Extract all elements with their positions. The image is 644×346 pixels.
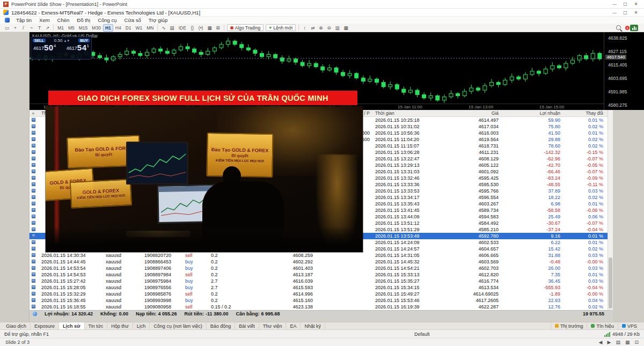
tín-hiệu-icon bbox=[591, 324, 595, 328]
timeframe-d1[interactable]: D1 bbox=[123, 24, 134, 32]
right-panel-band bbox=[613, 110, 644, 322]
history-row[interactable]: 2026.01.15 16:18:55xauusd1909080958sell0… bbox=[30, 304, 608, 310]
tab-tin-tức[interactable]: Tin tức bbox=[85, 322, 108, 329]
cell-cp: 4596.554 bbox=[427, 195, 502, 200]
mt5-minimize-icon[interactable]: — bbox=[610, 10, 619, 15]
zoom-icon-2[interactable]: ⊕ bbox=[317, 24, 325, 32]
toolbox-tabs: Giao dịchExposureLịch sửTin tứcHộp thưLị… bbox=[2, 322, 325, 329]
lot-size-input[interactable]: 0.50 ▲▼ bbox=[54, 38, 70, 43]
buy-button[interactable]: BUY bbox=[78, 39, 90, 42]
menu-bar: Tập tinXemChènĐồ thịCông cụCửa sổTrợ giú… bbox=[12, 17, 171, 24]
timeframe-h1[interactable]: H1 bbox=[103, 24, 113, 32]
tab-lịch-sử[interactable]: Lịch sử bbox=[59, 322, 85, 329]
search-icon[interactable] bbox=[616, 25, 621, 30]
toolbar-icon-0[interactable]: ∿ bbox=[159, 24, 167, 32]
cell-ct: 2026.01.15 13:35:43 bbox=[373, 201, 427, 207]
slideshow-control-0[interactable]: ◀ bbox=[599, 340, 603, 345]
cell-ot: 2026.01.15 14:44:45 bbox=[39, 259, 104, 264]
zoom-icon-0[interactable]: ↕ bbox=[301, 24, 309, 32]
history-scrollbar[interactable] bbox=[608, 110, 613, 317]
panel-tín-hiệu[interactable]: Tín hiệu bbox=[587, 322, 618, 329]
menu-chèn[interactable]: Chèn bbox=[54, 17, 74, 24]
timeframe-m1[interactable]: M1 bbox=[55, 24, 66, 32]
history-row[interactable]: 2026.01.15 15:36:45xauusd1908993998buy0.… bbox=[30, 297, 608, 304]
tab-exposure[interactable]: Exposure bbox=[31, 322, 59, 329]
zoom-icon-5[interactable]: ▦ bbox=[342, 24, 350, 32]
menu-đồ-thị[interactable]: Đồ thị bbox=[73, 17, 94, 24]
toolbar-icon-1[interactable]: ▤ bbox=[168, 24, 177, 32]
zoom-icon-3[interactable]: ⊖ bbox=[325, 24, 333, 32]
slideshow-control-1[interactable]: ▶ bbox=[608, 340, 611, 345]
tool-icon-2[interactable]: / bbox=[19, 24, 27, 32]
close-icon[interactable]: ✕ bbox=[631, 2, 641, 6]
zoom-icon-4[interactable]: ▥ bbox=[333, 24, 342, 32]
tab-báo-động[interactable]: Báo động bbox=[207, 322, 236, 329]
panel-thị-trường[interactable]: Thị trường bbox=[551, 322, 587, 329]
history-row[interactable]: 2026.01.15 14:30:34xauusd1908820720sell0… bbox=[30, 252, 608, 259]
sell-button[interactable]: SELL bbox=[33, 39, 46, 42]
menu-công-cụ[interactable]: Công cụ bbox=[94, 17, 120, 24]
tab-bài-viết[interactable]: Bài viết bbox=[235, 322, 259, 329]
cell-pf: 29.88 bbox=[502, 137, 564, 142]
history-row[interactable]: 2026.01.15 15:27:42xauusd1908975984buy2.… bbox=[30, 278, 608, 284]
slideshow-control-4[interactable]: ⊡ bbox=[634, 340, 639, 345]
history-row[interactable]: 2026.01.15 15:28:05xauusd1908976556buy2.… bbox=[30, 284, 608, 291]
slideshow-control-3[interactable]: ▦ bbox=[625, 340, 630, 345]
timeframe-m30[interactable]: M30 bbox=[90, 24, 103, 32]
header-ch[interactable]: Thay đổi bbox=[564, 111, 606, 116]
tab-lịch[interactable]: Lịch bbox=[133, 322, 150, 329]
slideshow-control-2[interactable]: ▤ bbox=[616, 340, 620, 345]
timeframe-h4[interactable]: H4 bbox=[113, 24, 123, 32]
menu-cửa-sổ[interactable]: Cửa sổ bbox=[121, 17, 145, 24]
menu-tập-tin[interactable]: Tập tin bbox=[12, 17, 35, 24]
menu-xem[interactable]: Xem bbox=[35, 17, 54, 24]
timeframe-mn[interactable]: MN bbox=[144, 24, 156, 32]
toolbar-icon-4[interactable]: (•) bbox=[196, 24, 206, 32]
tool-icon-0[interactable]: ▭ bbox=[3, 24, 11, 32]
maximize-icon[interactable]: ▢ bbox=[620, 2, 630, 6]
toolbar-icon-5[interactable]: ▦ bbox=[205, 24, 214, 32]
toolbar-icon-6[interactable]: ⊞ bbox=[214, 24, 222, 32]
tab-nhật-ký[interactable]: Nhật ký bbox=[301, 322, 325, 329]
history-row[interactable]: 2026.01.15 15:32:29xauusd1908985876sell0… bbox=[30, 291, 608, 297]
header-pf[interactable]: Lợi nhuận bbox=[502, 111, 564, 116]
cell-cp: 4612.820 bbox=[427, 272, 502, 277]
cell-ct: 2026.01.15 10:25:18 bbox=[373, 117, 427, 123]
mt5-close-icon[interactable]: ✕ bbox=[631, 10, 641, 15]
algo-trading-button[interactable]: Algo Trading bbox=[227, 24, 264, 31]
market-chart-icon[interactable] bbox=[630, 25, 638, 31]
tab-công-cụ-nơi-làm-việc[interactable]: Công cụ (nơi làm việc) bbox=[150, 322, 206, 329]
toolbar-icon-3[interactable]: {} bbox=[188, 24, 196, 32]
history-row[interactable]: 2026.01.15 14:54:53xauusd1908897984sell0… bbox=[30, 271, 608, 278]
slide-counter: Slide 2 of 3 bbox=[5, 340, 30, 345]
tab-thư-viện[interactable]: Thư viện bbox=[259, 322, 287, 329]
history-row[interactable]: 2026.01.15 14:53:54xauusd1908897406buy0.… bbox=[30, 265, 608, 271]
tab-ea[interactable]: EA bbox=[286, 322, 301, 329]
header-icon[interactable]: ✕ bbox=[30, 111, 39, 116]
tab-hộp-thư[interactable]: Hộp thư bbox=[107, 322, 133, 329]
tool-icon-3[interactable]: ~ bbox=[27, 24, 35, 32]
header-ct[interactable]: Thời gian bbox=[373, 111, 427, 116]
tool-icon-4[interactable]: T bbox=[35, 24, 43, 32]
timeframe-w1[interactable]: W1 bbox=[134, 24, 145, 32]
panel-vps[interactable]: VPS bbox=[618, 322, 641, 329]
menu-trợ-giúp[interactable]: Trợ giúp bbox=[145, 17, 171, 24]
tab-giao-dịch[interactable]: Giao dịch bbox=[2, 322, 31, 329]
timeframe-m15[interactable]: M15 bbox=[77, 24, 90, 32]
close-toolbox-icon[interactable]: ✕ bbox=[32, 112, 35, 115]
status-profile[interactable]: Default bbox=[414, 332, 430, 337]
trade-icon bbox=[32, 221, 35, 225]
scrollbar-thumb[interactable] bbox=[609, 257, 612, 308]
toolbar-icon-2[interactable]: IDE bbox=[177, 24, 188, 32]
history-row[interactable]: 2026.01.15 14:44:45xauusd1908866453buy0.… bbox=[30, 259, 608, 265]
mt5-restore-icon[interactable]: ▢ bbox=[620, 10, 630, 15]
timeframe-m5[interactable]: M5 bbox=[66, 24, 77, 32]
lot-spinner-icon[interactable]: ▲▼ bbox=[63, 39, 70, 42]
tool-icon-1[interactable]: + bbox=[11, 24, 19, 32]
header-cp[interactable]: Giá bbox=[427, 111, 502, 116]
tool-icon-5[interactable]: ↗ bbox=[43, 24, 52, 32]
zoom-icon-1[interactable]: ⇄ bbox=[309, 24, 317, 32]
new-order-button[interactable]: + Lệnh mới bbox=[266, 24, 296, 31]
minimize-icon[interactable]: — bbox=[610, 2, 619, 6]
trade-icon bbox=[32, 279, 35, 283]
